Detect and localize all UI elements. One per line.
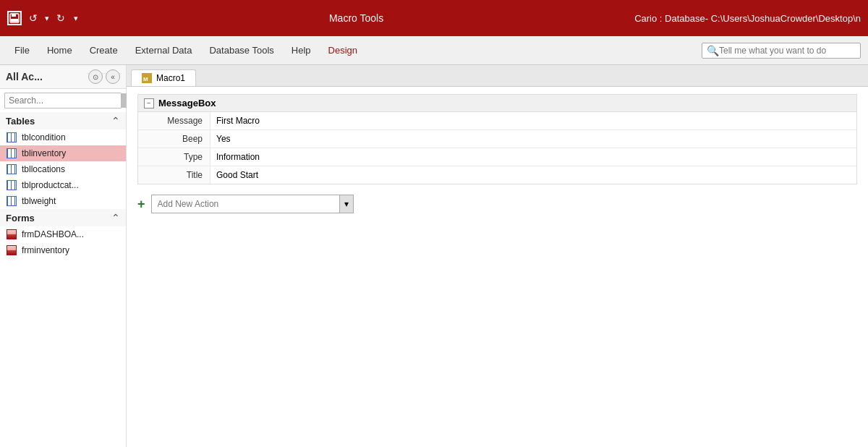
sidebar-menu-icon[interactable]: ⊙ [88,69,103,84]
tables-section-title: Tables [6,116,35,127]
macro-label-type: Type [138,148,210,166]
redo-button[interactable]: ↻ [54,11,68,25]
sidebar-item-tblinventory[interactable]: tblinventory [0,145,126,161]
menu-file[interactable]: File [7,42,37,59]
macro-tab-icon: M [142,73,152,83]
sidebar-header-icons: ⊙ « [88,69,120,84]
menu-home[interactable]: Home [40,42,80,59]
macro-row-beep: Beep Yes [138,130,856,148]
macro-label-message: Message [138,112,210,129]
db-title: Cario : Database- C:\Users\JoshuaCrowder… [634,13,861,24]
menu-search-icon: 🔍 [707,45,719,56]
add-action-select[interactable]: ▾ [151,195,354,213]
macro-label-beep: Beep [138,130,210,148]
menu-search-box: 🔍 [702,43,861,59]
tab-macro1[interactable]: M Macro1 [131,69,196,86]
sidebar-item-frminventory[interactable]: frminventory [0,242,126,258]
macro-value-title: Good Start [210,166,856,184]
table-icon [6,148,17,159]
macro-block-messagebox: − MessageBox Message First Macro Beep Ye… [137,94,857,184]
form-icon [6,229,17,240]
add-action-input[interactable] [152,195,339,213]
table-icon [6,163,17,175]
sidebar-item-label: frmDASHBOA... [22,229,84,239]
menu-external-data[interactable]: External Data [128,42,200,59]
content-area: M Macro1 − MessageBox Message First Macr… [127,65,868,447]
sidebar-item-label: tblcondition [22,132,66,142]
sidebar-item-label: tblinventory [22,148,66,158]
tables-section-header[interactable]: Tables ⌃ [0,112,126,129]
sidebar-item-label: frminventory [22,245,69,255]
tables-collapse-icon: ⌃ [111,115,120,127]
sidebar-item-tbllocations[interactable]: tbllocations [0,161,126,177]
macro-collapse-button[interactable]: − [144,98,154,108]
menu-create[interactable]: Create [82,42,125,59]
table-icon [6,195,17,207]
sidebar-collapse-icon[interactable]: « [106,69,120,84]
tab-macro1-label: Macro1 [156,73,185,83]
macro-block-header: − MessageBox [138,95,856,112]
sidebar-item-label: tbllocations [22,164,65,174]
menu-search-input[interactable] [719,46,856,56]
undo-button[interactable]: ↺ [26,11,41,25]
table-icon [6,132,17,143]
tab-bar: M Macro1 [127,65,868,87]
macro-label-title: Title [138,166,210,184]
add-action-row: + ▾ [137,190,857,218]
menu-bar: File Home Create External Data Database … [0,36,868,65]
form-icon [6,244,17,256]
title-bar: ↺ ▾ ↻ ▾ Macro Tools Cario : Database- C:… [0,0,868,36]
macro-block-title: MessageBox [158,98,216,108]
svg-rect-1 [12,14,16,17]
undo-dropdown[interactable]: ▾ [45,14,49,23]
sidebar-item-tblcondition[interactable]: tblcondition [0,129,126,145]
sidebar-header: All Ac... ⊙ « [0,65,126,89]
menu-database-tools[interactable]: Database Tools [202,42,281,59]
macro-editor: − MessageBox Message First Macro Beep Ye… [127,87,868,447]
macro-value-beep: Yes [210,130,856,148]
save-icon[interactable] [7,11,22,25]
sidebar-item-label: tblproductcat... [22,180,79,190]
add-action-dropdown-icon[interactable]: ▾ [339,195,353,213]
sidebar-item-tblproductcat[interactable]: tblproductcat... [0,177,126,193]
macro-row-type: Type Information [138,148,856,166]
menu-help[interactable]: Help [284,42,318,59]
sidebar-search-input[interactable] [5,93,121,108]
sidebar-item-label: tblweight [22,196,56,206]
macro-row-message: Message First Macro [138,112,856,130]
macro-value-type: Information [210,148,856,166]
main-layout: All Ac... ⊙ « 🔍 Tables ⌃ tblcondition tb… [0,65,868,447]
svg-text:M: M [143,76,148,82]
macro-row-title: Title Good Start [138,166,856,184]
sidebar-title: All Ac... [6,71,88,82]
sidebar-item-tblweight[interactable]: tblweight [0,193,126,209]
menu-design[interactable]: Design [321,42,365,59]
macro-value-message: First Macro [210,112,856,129]
svg-rect-2 [11,19,18,22]
forms-section-title: Forms [6,213,35,224]
title-bar-controls: ↺ ▾ ↻ ▾ [7,11,78,25]
table-icon [6,179,17,191]
add-action-plus-icon[interactable]: + [137,197,145,212]
forms-section-header[interactable]: Forms ⌃ [0,209,126,226]
sidebar: All Ac... ⊙ « 🔍 Tables ⌃ tblcondition tb… [0,65,127,447]
sidebar-search-box: 🔍 [4,93,122,108]
forms-collapse-icon: ⌃ [111,212,120,224]
sidebar-item-frmdashboa[interactable]: frmDASHBOA... [0,226,126,242]
macro-tools-label: Macro Tools [78,12,634,24]
